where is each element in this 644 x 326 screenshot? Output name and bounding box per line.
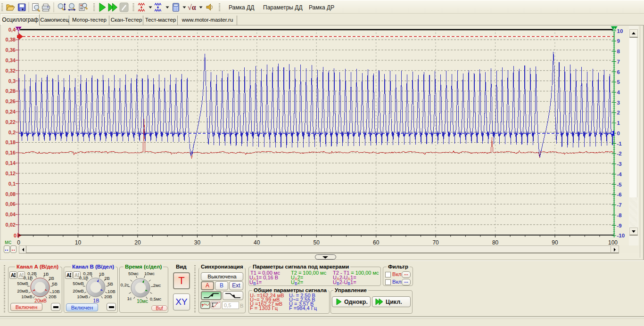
svg-text:0,24: 0,24 bbox=[6, 109, 16, 114]
svg-text:-5: -5 bbox=[617, 182, 622, 187]
svg-text:A: A bbox=[66, 273, 70, 278]
svg-text:A: A bbox=[19, 273, 22, 278]
svg-text:-10: -10 bbox=[617, 233, 625, 238]
svg-text:0,2: 0,2 bbox=[8, 130, 16, 135]
svg-text:0,08: 0,08 bbox=[6, 191, 16, 197]
svg-text:0,02: 0,02 bbox=[6, 222, 16, 228]
svg-text:0,36: 0,36 bbox=[6, 47, 16, 53]
svg-text:-6: -6 bbox=[617, 192, 622, 197]
svg-text:90: 90 bbox=[552, 239, 558, 246]
svg-text:0,14: 0,14 bbox=[6, 160, 16, 166]
svg-text:0: 0 bbox=[617, 130, 620, 136]
svg-text:5: 5 bbox=[617, 79, 620, 85]
svg-text:A: A bbox=[11, 273, 14, 278]
svg-text:-9: -9 bbox=[617, 223, 622, 228]
svg-text:40: 40 bbox=[254, 239, 260, 246]
svg-text:0,34: 0,34 bbox=[6, 57, 16, 63]
svg-text:2: 2 bbox=[613, 27, 615, 31]
svg-text:0,28: 0,28 bbox=[6, 88, 16, 94]
svg-text:10: 10 bbox=[617, 28, 623, 34]
svg-text:0,1: 0,1 bbox=[8, 181, 16, 187]
svg-text:0: 0 bbox=[14, 233, 17, 238]
svg-text:0,26: 0,26 bbox=[6, 98, 16, 104]
svg-text:0,16: 0,16 bbox=[6, 150, 16, 155]
svg-text:6: 6 bbox=[617, 69, 620, 75]
svg-text:8: 8 bbox=[617, 49, 620, 54]
svg-text:3: 3 bbox=[617, 100, 620, 106]
svg-text:4: 4 bbox=[617, 90, 620, 95]
svg-text:9: 9 bbox=[617, 38, 620, 44]
svg-text:0,38: 0,38 bbox=[6, 37, 16, 42]
svg-text:30: 30 bbox=[194, 239, 201, 246]
svg-text:1: 1 bbox=[17, 27, 19, 31]
svg-text:0,3: 0,3 bbox=[8, 78, 16, 84]
svg-text:0,22: 0,22 bbox=[6, 119, 16, 125]
svg-text:80: 80 bbox=[492, 239, 499, 246]
svg-text:0,32: 0,32 bbox=[6, 68, 16, 73]
svg-text:-2: -2 bbox=[617, 151, 622, 156]
svg-text:-3: -3 bbox=[617, 161, 622, 167]
svg-text:7: 7 bbox=[617, 59, 620, 65]
svg-text:-7: -7 bbox=[617, 202, 622, 208]
svg-text:50: 50 bbox=[314, 239, 320, 246]
svg-text:20: 20 bbox=[134, 239, 141, 246]
svg-text:0,4: 0,4 bbox=[8, 27, 16, 33]
svg-text:0,12: 0,12 bbox=[6, 171, 16, 176]
svg-text:2: 2 bbox=[617, 110, 620, 115]
svg-text:-1: -1 bbox=[617, 141, 622, 147]
svg-text:70: 70 bbox=[432, 239, 439, 246]
svg-text:0,18: 0,18 bbox=[6, 139, 16, 145]
svg-text:10: 10 bbox=[75, 239, 82, 246]
svg-text:-4: -4 bbox=[617, 171, 622, 177]
svg-text:-8: -8 bbox=[617, 212, 622, 218]
svg-text:100: 100 bbox=[608, 239, 618, 246]
svg-text:мс: мс bbox=[5, 239, 11, 245]
svg-text:0: 0 bbox=[17, 239, 20, 246]
svg-text:A: A bbox=[74, 273, 78, 278]
svg-text:0,04: 0,04 bbox=[6, 212, 16, 217]
svg-text:60: 60 bbox=[373, 239, 380, 246]
svg-text:0,06: 0,06 bbox=[6, 201, 16, 207]
svg-text:1: 1 bbox=[617, 120, 620, 126]
